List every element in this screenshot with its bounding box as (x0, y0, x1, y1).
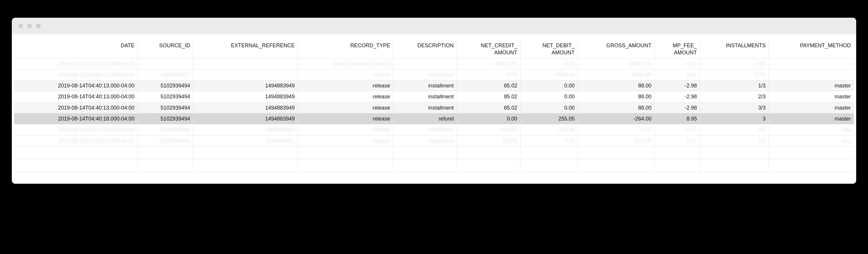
cell-date: 2019-08-14T04:40:18.000-04:00 (14, 114, 137, 124)
data-table: DATESOURCE_IDEXTERNAL_REFERENCERECORD_TY… (14, 40, 854, 172)
column-header-label: INSTALLMENTS (703, 42, 766, 49)
cell-mp_fee_amount (655, 159, 700, 171)
cell-payment_method: master (769, 114, 854, 124)
column-header-external_reference: EXTERNAL_REFERENCE (193, 40, 298, 58)
cell-source_id: 5105990494 (137, 135, 193, 146)
cell-payment_method: master (769, 91, 854, 102)
cell-net_credit_amount: 85.02 (457, 91, 520, 102)
cell-record_type (298, 146, 393, 159)
cell-date (14, 159, 137, 171)
cell-mp_fee_amount: 6.11 (655, 135, 700, 146)
table-header: DATESOURCE_IDEXTERNAL_REFERENCERECORD_TY… (14, 40, 854, 58)
cell-record_type: release (298, 102, 393, 113)
cell-date: 2019-08-15T10:57:38.000-04:00 (14, 124, 137, 135)
cell-description: installment (393, 102, 457, 113)
close-icon[interactable] (18, 24, 23, 28)
cell-record_type: initial_available_balance (298, 58, 393, 69)
cell-net_credit_amount: 85.02 (457, 80, 520, 91)
cell-external_reference: 1494883949 (193, 91, 298, 102)
column-header-label: GROSS_AMOUNT (581, 42, 651, 49)
cell-date: 2019-08-15T10:59:42.000-04:00 (14, 135, 137, 146)
cell-gross_amount: -5000.00 (578, 69, 655, 80)
cell-gross_amount: -170.00 (578, 135, 655, 146)
cell-source_id: 5102939494 (137, 114, 193, 124)
cell-net_debit_amount: 0.00 (520, 135, 578, 146)
cell-gross_amount: -0.00 (578, 124, 655, 135)
cell-net_debit_amount: 122.00 (520, 124, 578, 135)
cell-record_type: release (298, 124, 393, 135)
cell-external_reference (193, 58, 298, 69)
column-header-net_credit_amount: NET_CREDIT_AMOUNT (457, 40, 520, 58)
table-row (14, 159, 854, 171)
cell-date: 2019-08-14T04:40:13.000-04:00 (14, 80, 137, 91)
cell-net_credit_amount: 38373.78 (457, 58, 520, 69)
cell-external_reference: 1494883949 (193, 80, 298, 91)
cell-record_type: release (298, 135, 393, 146)
cell-date: 2019-08-12T20:59:12.000-04:00 (14, 69, 137, 80)
cell-payment_method: master (769, 80, 854, 91)
table-row: 2019-08-15T10:57:38.000-04:0051094939441… (14, 124, 854, 135)
cell-installments (700, 159, 769, 171)
cell-installments: 3 (700, 114, 769, 124)
cell-record_type: release (298, 114, 393, 124)
cell-net_debit_amount: 5000.00 (520, 69, 578, 80)
column-header-installments: INSTALLMENTS (700, 40, 769, 58)
cell-source_id: 1455555677 (137, 69, 193, 80)
table-row: 2019-08-14T04:40:13.000-04:0051029394941… (14, 80, 854, 91)
table-row: 2019-08-12T20:59:12.000-04:001455555677r… (14, 69, 854, 80)
cell-gross_amount: -264.00 (578, 114, 655, 124)
cell-description (393, 146, 457, 159)
column-header-mp_fee_amount: MP_FEE_AMOUNT (655, 40, 700, 58)
cell-net_credit_amount: 85.02 (457, 102, 520, 113)
column-header-label: SOURCE_ID (141, 42, 190, 49)
cell-installments: 3/3 (700, 102, 769, 113)
cell-source_id (137, 159, 193, 171)
cell-installments: 1/2 (700, 124, 769, 135)
cell-source_id: 5102939494 (137, 102, 193, 113)
column-header-label: NET_DEBIT_AMOUNT (523, 42, 575, 56)
cell-installments: 1/4 (700, 135, 769, 146)
cell-mp_fee_amount: 0.00 (655, 58, 700, 69)
cell-mp_fee_amount: -2.98 (655, 80, 700, 91)
column-header-description: DESCRIPTION (393, 40, 457, 58)
column-header-record_type: RECORD_TYPE (298, 40, 393, 58)
zoom-icon[interactable] (36, 24, 41, 28)
cell-date: 2019-08-14T04:40:13.000-04:00 (14, 91, 137, 102)
cell-source_id: 5102939494 (137, 80, 193, 91)
table-row: 2019-08-14T04:40:13.000-04:0051029394941… (14, 91, 854, 102)
cell-payment_method (769, 58, 854, 69)
minimize-icon[interactable] (27, 24, 32, 28)
cell-gross_amount: 88.00 (578, 80, 655, 91)
cell-description: refund (393, 114, 457, 124)
column-header-date: DATE (14, 40, 137, 58)
column-header-label: NET_CREDIT_AMOUNT (460, 42, 517, 56)
cell-mp_fee_amount: 3.00 (655, 69, 700, 80)
cell-gross_amount (578, 159, 655, 171)
cell-net_debit_amount (520, 159, 578, 171)
cell-payment_method: master (769, 102, 854, 113)
cell-description (393, 58, 457, 69)
cell-external_reference: 1569000349 (193, 124, 298, 135)
cell-installments: 2/3 (700, 91, 769, 102)
cell-net_credit_amount: 0.00 (457, 69, 520, 80)
table-row: 2019-08-14T04:40:13.000-04:0051029394941… (14, 102, 854, 113)
column-header-label: EXTERNAL_REFERENCE (196, 42, 294, 49)
cell-mp_fee_amount: -2.98 (655, 102, 700, 113)
table-container: DATESOURCE_IDEXTERNAL_REFERENCERECORD_TY… (12, 34, 856, 184)
cell-net_debit_amount: 0.00 (520, 58, 578, 69)
cell-installments (700, 146, 769, 159)
cell-mp_fee_amount: -2.98 (655, 91, 700, 102)
cell-net_credit_amount (457, 146, 520, 159)
window-controls[interactable] (18, 24, 41, 28)
table-row: 2019-08-15T10:59:42.000-04:0051059904941… (14, 135, 854, 146)
column-header-label: PAYMENT_METHOD (772, 42, 851, 49)
cell-net_debit_amount: 255.05 (520, 114, 578, 124)
cell-net_credit_amount: 0.00 (457, 114, 520, 124)
cell-net_credit_amount: 150.00 (457, 135, 520, 146)
cell-payment_method (769, 69, 854, 80)
cell-gross_amount: 88.00 (578, 102, 655, 113)
cell-payment_method (769, 159, 854, 171)
cell-source_id (137, 146, 193, 159)
cell-date: 2019-08-14T04:40:13.000-04:00 (14, 102, 137, 113)
cell-net_debit_amount: 0.00 (520, 102, 578, 113)
